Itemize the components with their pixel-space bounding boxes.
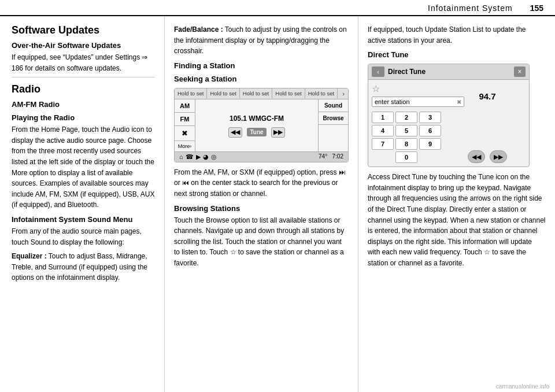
- dt-next-button[interactable]: ▶▶: [490, 150, 507, 163]
- radio-tab-3[interactable]: Hold to set: [240, 88, 272, 98]
- radio-controls: ◀◀ Tune ▶▶: [228, 125, 284, 140]
- dt-key-5[interactable]: 5: [395, 125, 417, 136]
- radio-left-bar: AM FM ✖ More›: [175, 99, 195, 151]
- sound-menu-body-text: From any of the audio source main pages,…: [12, 226, 155, 247]
- fade-label: Fade/Balance :: [174, 25, 223, 34]
- page-header: Infotainment System 155: [0, 0, 555, 16]
- dt-input-placeholder: enter station: [375, 98, 457, 105]
- subsection-sound-menu-heading: Infotainment System Sound Menu: [12, 215, 155, 224]
- radio-bluetooth-icon[interactable]: ✖: [175, 126, 195, 141]
- radio-status-bar: ⌂ ☎ ▶ ◕ ◎ 74° 7:02: [175, 151, 348, 162]
- radio-station-name: 105.1 WMGC-FM: [230, 111, 284, 125]
- radio-tab-5[interactable]: Hold to set: [305, 88, 338, 98]
- browsing-body-text: Touch the Browse option to list all avai…: [174, 215, 349, 269]
- radio-source-am[interactable]: AM: [175, 99, 195, 113]
- radio-tab-2[interactable]: Hold to set: [207, 88, 239, 98]
- watermark: carmanualonline.info: [496, 383, 549, 390]
- dt-key-8[interactable]: 8: [395, 138, 417, 150]
- radio-status-right: 74° 7:02: [319, 153, 343, 161]
- direct-tune-ui: ‹ Direct Tune × ☆ enter station ✖ 1 2: [368, 64, 530, 167]
- radio-browse-button[interactable]: Browse: [319, 112, 348, 125]
- dt-key-4[interactable]: 4: [372, 125, 394, 136]
- equalizer-label: Equalizer :: [12, 252, 47, 260]
- dt-nav-buttons: ◀◀ ▶▶: [468, 150, 507, 163]
- nav-icon[interactable]: ◕: [203, 153, 209, 161]
- playing-body-text: From the Home Page, touch the Audio icon…: [12, 124, 155, 210]
- seeking-body-text: From the AM, FM, or SXM (if equipped) op…: [174, 167, 349, 199]
- radio-right-bar: Sound Browse: [318, 99, 348, 151]
- subsection-playing-heading: Playing the Radio: [12, 113, 155, 122]
- dt-key-9[interactable]: 9: [419, 138, 441, 150]
- browsing-stations-heading: Browsing Stations: [174, 204, 349, 213]
- dt-key-7[interactable]: 7: [372, 138, 394, 150]
- radio-ui: Hold to set Hold to set Hold to set Hold…: [174, 88, 349, 162]
- col-middle: Fade/Balance : Touch to adjust by using …: [165, 16, 358, 392]
- radio-next-button[interactable]: ▶▶: [271, 127, 285, 138]
- section-software-updates-heading: Software Updates: [12, 24, 155, 36]
- ota-body-text: If equipped, see “Updates” under Setting…: [12, 52, 155, 73]
- dt-prev-button[interactable]: ◀◀: [468, 150, 485, 163]
- radio-tab-4[interactable]: Hold to set: [272, 88, 305, 98]
- dt-header: ‹ Direct Tune ×: [368, 64, 529, 80]
- dt-back-button[interactable]: ‹: [372, 66, 384, 77]
- direct-tune-label: Direct Tune: [368, 50, 546, 59]
- phone-icon[interactable]: ☎: [186, 153, 194, 161]
- section-radio-heading: Radio: [12, 83, 155, 95]
- radio-status-icons: ⌂ ☎ ▶ ◕ ◎: [179, 153, 217, 161]
- radio-prev-button[interactable]: ◀◀: [228, 127, 242, 138]
- divider-1: [12, 77, 155, 77]
- dt-right: 94.7 ◀◀ ▶▶: [468, 83, 507, 163]
- radio-tune-button[interactable]: Tune: [247, 128, 266, 136]
- radio-sound-button[interactable]: Sound: [319, 99, 348, 112]
- apps-icon[interactable]: ◎: [211, 153, 217, 161]
- header-page-number: 155: [530, 3, 543, 13]
- dt-key-2[interactable]: 2: [395, 112, 417, 123]
- radio-temp: 74°: [319, 153, 327, 160]
- radio-tab-1[interactable]: Hold to set: [175, 88, 207, 98]
- radio-source-fm[interactable]: FM: [175, 113, 195, 126]
- dt-key-1[interactable]: 1: [372, 112, 394, 123]
- page-container: Infotainment System 155 Software Updates…: [0, 0, 555, 392]
- radio-main: AM FM ✖ More› 105.1 WMGC-FM ◀◀ Tune ▶▶: [175, 99, 348, 151]
- subsection-ota-heading: Over-the-Air Software Updates: [12, 41, 155, 50]
- dt-keypad: 1 2 3 4 5 6 7 8 9 0: [372, 112, 441, 163]
- home-icon[interactable]: ⌂: [179, 153, 183, 161]
- dt-body: ☆ enter station ✖ 1 2 3 4 5 6 7: [368, 80, 529, 167]
- equalizer-text: Equalizer : Touch to adjust Bass, Midran…: [12, 251, 155, 283]
- finding-station-heading: Finding a Station: [174, 61, 349, 70]
- dt-favorite-star[interactable]: ☆: [372, 83, 464, 94]
- header-title: Infotainment System: [428, 3, 513, 13]
- dt-key-6[interactable]: 6: [419, 125, 441, 136]
- dt-title-text: Direct Tune: [388, 68, 514, 76]
- content-area: Software Updates Over-the-Air Software U…: [0, 16, 555, 392]
- dt-left: ☆ enter station ✖ 1 2 3 4 5 6 7: [372, 83, 464, 163]
- audio-icon[interactable]: ▶: [196, 153, 201, 161]
- col-right: If equipped, touch Update Station List t…: [358, 16, 555, 392]
- subsection-amfm-heading: AM-FM Radio: [12, 100, 155, 109]
- access-direct-tune-text: Access Direct Tune by touching the Tune …: [368, 172, 546, 268]
- dt-frequency-display: 94.7: [479, 91, 495, 101]
- dt-close-button[interactable]: ×: [514, 66, 526, 77]
- dt-key-0[interactable]: 0: [395, 151, 417, 163]
- seeking-station-heading: Seeking a Station: [174, 75, 349, 83]
- col-left: Software Updates Over-the-Air Software U…: [0, 16, 165, 392]
- update-station-text: If equipped, touch Update Station List t…: [368, 24, 546, 46]
- dt-key-3[interactable]: 3: [419, 112, 441, 123]
- fade-balance-text: Fade/Balance : Touch to adjust by using …: [174, 24, 349, 57]
- dt-input-row: enter station ✖: [372, 97, 464, 107]
- radio-tabs: Hold to set Hold to set Hold to set Hold…: [175, 88, 348, 99]
- radio-more-button[interactable]: More›: [175, 141, 195, 151]
- radio-time: 7:02: [332, 153, 343, 160]
- radio-center: 105.1 WMGC-FM ◀◀ Tune ▶▶: [195, 99, 318, 151]
- radio-tabs-arrow[interactable]: ›: [339, 88, 348, 99]
- dt-input-clear[interactable]: ✖: [457, 99, 461, 105]
